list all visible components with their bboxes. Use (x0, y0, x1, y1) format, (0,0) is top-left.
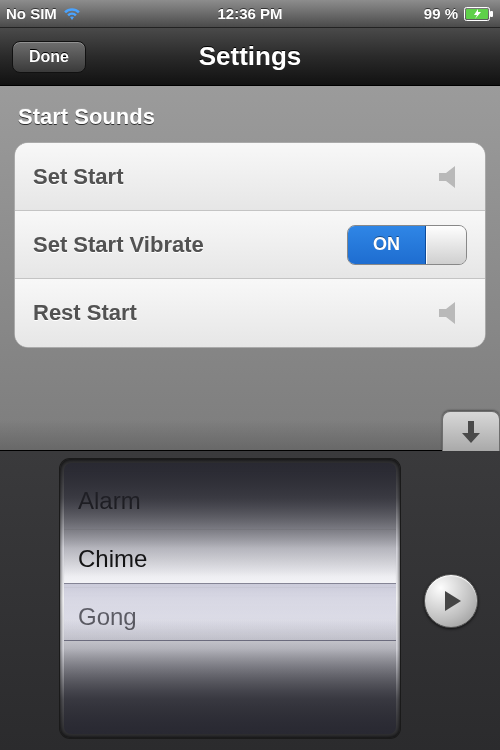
battery-charging-icon (464, 7, 494, 21)
row-set-start[interactable]: Set Start (15, 143, 485, 211)
picker-option[interactable]: Alarm (64, 471, 396, 529)
section-header: Start Sounds (18, 104, 482, 130)
battery-pct: 99 % (424, 5, 458, 22)
row-label: Rest Start (33, 300, 137, 326)
vibrate-toggle[interactable]: ON (347, 225, 467, 265)
carrier-text: No SIM (6, 5, 57, 22)
toggle-knob (426, 226, 466, 264)
row-label: Set Start (33, 164, 123, 190)
row-rest-start[interactable]: Rest Start (15, 279, 485, 347)
speaker-icon (437, 300, 467, 326)
status-bar: No SIM 12:36 PM 99 % (0, 0, 500, 28)
settings-group: Set Start Set Start Vibrate ON Rest Star… (14, 142, 486, 348)
row-label: Set Start Vibrate (33, 232, 204, 258)
wifi-icon (63, 7, 81, 21)
picker-option[interactable]: Chime (64, 529, 396, 587)
sound-picker-panel: Alarm Chime Gong (0, 450, 500, 750)
nav-bar: Done Settings (0, 28, 500, 86)
done-button[interactable]: Done (12, 41, 86, 73)
speaker-icon (437, 164, 467, 190)
picker-option[interactable]: Gong (64, 587, 396, 645)
arrow-down-icon (460, 419, 482, 445)
toggle-on-label: ON (348, 226, 426, 264)
dismiss-picker-button[interactable] (442, 411, 500, 451)
row-set-start-vibrate: Set Start Vibrate ON (15, 211, 485, 279)
play-icon (439, 590, 463, 612)
play-sound-button[interactable] (424, 574, 478, 628)
svg-rect-1 (490, 11, 493, 17)
settings-body[interactable]: Start Sounds Set Start Set Start Vibrate… (0, 86, 500, 450)
picker-wheel[interactable]: Alarm Chime Gong (60, 459, 400, 738)
